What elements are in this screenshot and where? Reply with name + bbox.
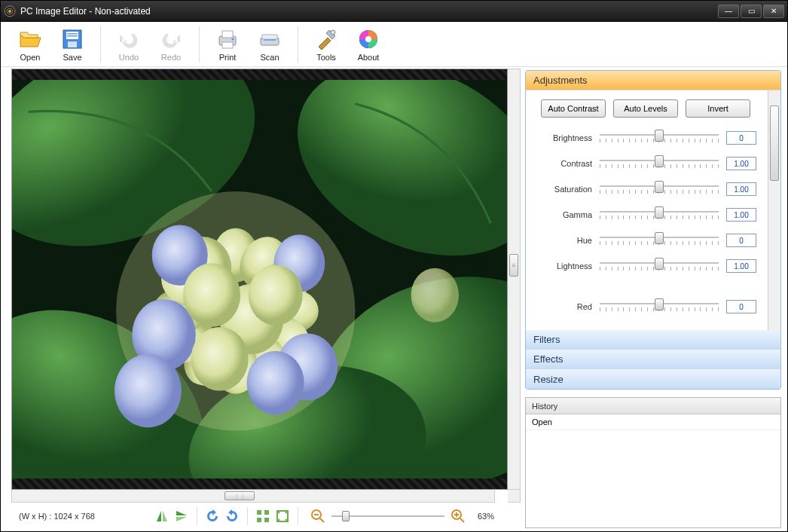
app-icon [4, 5, 16, 17]
auto-contrast-button[interactable]: Auto Contrast [541, 99, 606, 118]
slider-thumb[interactable] [342, 511, 350, 521]
flip-vertical-icon[interactable] [174, 509, 189, 524]
about-button[interactable]: About [348, 23, 389, 66]
redo-button[interactable]: Redo [151, 23, 191, 66]
slider-value[interactable]: 0 [726, 300, 756, 313]
slider-row-hue: Hue 0 [533, 234, 756, 247]
adjustments-header[interactable]: Adjustments [526, 71, 780, 90]
status-bar: (W x H) : 1024 x 768 63% [11, 503, 521, 530]
adjustments-panel: Adjustments Auto Contrast Auto Levels In… [525, 70, 781, 390]
slider-value[interactable]: 0 [726, 234, 756, 247]
floppy-disk-icon [60, 27, 84, 51]
slider-row-gamma: Gamma 1.00 [533, 208, 756, 222]
invert-button[interactable]: Invert [686, 99, 750, 118]
side-panel: Adjustments Auto Contrast Auto Levels In… [522, 67, 787, 531]
lightness-slider[interactable] [600, 259, 719, 273]
slider-value[interactable]: 0 [726, 131, 756, 145]
slider-thumb[interactable] [655, 258, 664, 270]
svg-line-43 [320, 518, 324, 522]
slider-thumb[interactable] [655, 206, 664, 219]
slider-value[interactable]: 1.00 [726, 259, 756, 273]
hue-slider[interactable] [600, 234, 719, 247]
contrast-slider[interactable] [600, 157, 719, 170]
slider-thumb[interactable] [655, 155, 664, 167]
red-slider[interactable] [600, 300, 719, 313]
canvas-area: ≡ ⋮⋮ (W x H) : 1024 x 768 [1, 67, 522, 531]
image-dimensions: (W x H) : 1024 x 768 [19, 512, 147, 521]
tools-icon [314, 27, 338, 51]
zoom-out-icon[interactable] [310, 509, 325, 524]
slider-value[interactable]: 1.00 [726, 182, 756, 196]
svg-rect-38 [264, 510, 269, 515]
slider-value[interactable]: 1.00 [726, 208, 756, 222]
actual-size-icon[interactable] [275, 509, 290, 524]
svg-point-33 [191, 327, 249, 391]
slider-thumb[interactable] [655, 232, 664, 244]
slider-thumb[interactable] [655, 130, 664, 142]
svg-rect-14 [264, 39, 276, 41]
flip-horizontal-icon[interactable] [154, 509, 170, 524]
undo-button[interactable]: Undo [108, 23, 149, 66]
svg-rect-10 [222, 42, 233, 48]
svg-point-32 [249, 264, 303, 325]
undo-icon [117, 27, 141, 51]
rotate-right-icon[interactable] [224, 509, 240, 524]
maximize-button[interactable]: ▭ [741, 5, 762, 18]
titlebar: PC Image Editor - Non-activated — ▭ ✕ [1, 1, 787, 22]
scrollbar-thumb[interactable]: ≡ [509, 254, 518, 277]
slider-label: Brightness [533, 133, 592, 142]
image-content [12, 80, 507, 478]
minimize-button[interactable]: — [718, 5, 739, 18]
folder-open-icon [18, 27, 42, 51]
slider-row-lightness: Lightness 1.00 [533, 259, 756, 273]
tools-button[interactable]: Tools [306, 23, 347, 66]
svg-point-34 [115, 354, 182, 427]
color-wheel-icon [356, 27, 380, 51]
main-toolbar: Open Save Undo Redo Print [1, 22, 787, 67]
scan-button[interactable]: Scan [249, 23, 290, 66]
save-button[interactable]: Save [52, 23, 93, 66]
filters-header[interactable]: Filters [526, 330, 780, 350]
slider-value[interactable]: 1.00 [726, 157, 756, 170]
resize-header[interactable]: Resize [526, 369, 780, 389]
svg-rect-40 [264, 518, 269, 522]
adjustments-body: Auto Contrast Auto Levels Invert Brightn… [526, 90, 780, 330]
adjustments-scrollbar[interactable] [768, 90, 780, 330]
svg-point-35 [247, 351, 304, 415]
slider-label: Hue [533, 236, 592, 245]
print-button[interactable]: Print [207, 23, 248, 66]
scanner-icon [258, 27, 282, 51]
image-canvas[interactable] [11, 69, 508, 490]
zoom-slider[interactable] [331, 515, 444, 517]
brightness-slider[interactable] [600, 131, 719, 145]
svg-line-46 [460, 518, 464, 522]
svg-rect-39 [257, 518, 261, 522]
slider-label: Lightness [533, 261, 592, 271]
scrollbar-thumb[interactable]: ⋮⋮ [224, 491, 255, 500]
auto-levels-button[interactable]: Auto Levels [613, 99, 678, 118]
red-slider-row: Red 0 [533, 300, 756, 313]
slider-label: Saturation [533, 185, 592, 194]
svg-point-36 [411, 268, 459, 323]
close-button[interactable]: ✕ [763, 5, 784, 18]
effects-header[interactable]: Effects [526, 350, 780, 369]
history-panel: History Open [525, 397, 781, 528]
svg-rect-37 [257, 510, 261, 515]
slider-thumb[interactable] [655, 181, 664, 193]
vertical-scrollbar[interactable]: ≡ [508, 69, 521, 490]
slider-row-saturation: Saturation 1.00 [533, 182, 756, 196]
slider-thumb[interactable] [655, 298, 664, 310]
zoom-in-icon[interactable] [451, 509, 466, 524]
history-item[interactable]: Open [526, 414, 780, 430]
zoom-percent: 63% [478, 512, 494, 521]
rotate-left-icon[interactable] [205, 509, 220, 524]
svg-point-11 [232, 38, 234, 40]
fit-screen-icon[interactable] [255, 509, 270, 524]
open-button[interactable]: Open [10, 23, 50, 66]
horizontal-scrollbar[interactable]: ⋮⋮ [11, 490, 495, 503]
slider-label: Gamma [533, 210, 592, 219]
saturation-slider[interactable] [600, 182, 719, 196]
gamma-slider[interactable] [600, 208, 719, 222]
slider-label: Contrast [533, 159, 592, 168]
svg-rect-6 [67, 35, 78, 37]
